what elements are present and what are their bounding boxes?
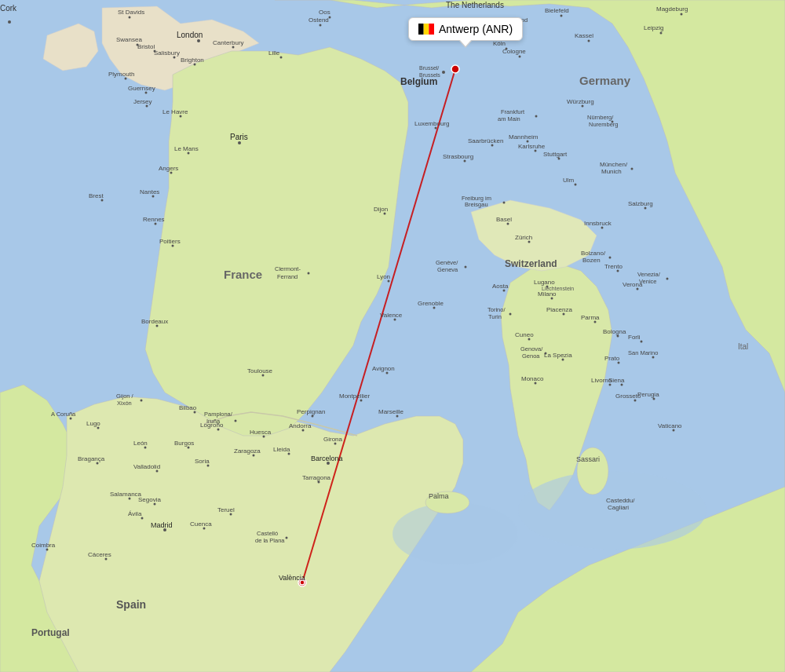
svg-text:Salzburg: Salzburg — [628, 200, 653, 207]
svg-text:Magdeburg: Magdeburg — [656, 5, 688, 13]
svg-point-163 — [535, 115, 538, 118]
svg-text:Valence: Valence — [380, 312, 403, 319]
svg-text:Paris: Paris — [230, 133, 248, 141]
svg-point-223 — [666, 278, 669, 280]
svg-text:Köln: Köln — [493, 40, 506, 47]
svg-text:Zürich: Zürich — [515, 234, 532, 241]
svg-text:Barcelona: Barcelona — [311, 455, 343, 462]
svg-text:Piacenza: Piacenza — [546, 306, 572, 313]
svg-text:Genova/: Genova/ — [520, 345, 543, 352]
svg-text:Bordeaux: Bordeaux — [141, 318, 168, 325]
svg-text:Nantes: Nantes — [140, 188, 159, 195]
svg-text:Luxembourg: Luxembourg — [414, 120, 449, 127]
svg-text:Strasbourg: Strasbourg — [443, 153, 473, 160]
svg-text:Lille: Lille — [268, 49, 280, 57]
svg-point-171 — [631, 168, 633, 170]
svg-text:Genoa: Genoa — [522, 352, 540, 360]
svg-text:València: València — [279, 574, 305, 582]
svg-text:Xixón: Xixón — [117, 400, 132, 407]
svg-text:Bozen: Bozen — [582, 257, 601, 264]
svg-point-176 — [575, 184, 577, 186]
svg-point-10 — [129, 16, 131, 19]
svg-text:Karlsruhe: Karlsruhe — [518, 143, 546, 150]
svg-text:de la Plana: de la Plana — [255, 537, 285, 544]
svg-text:Pamplona/: Pamplona/ — [204, 411, 233, 418]
svg-text:St Davids: St Davids — [118, 9, 144, 16]
svg-text:Bilbao: Bilbao — [179, 404, 197, 411]
svg-text:Sassari: Sassari — [576, 455, 600, 463]
svg-point-230 — [641, 341, 643, 343]
svg-text:Castelló: Castelló — [257, 530, 278, 537]
svg-text:Cork: Cork — [0, 4, 17, 13]
svg-text:Portugal: Portugal — [31, 627, 70, 638]
svg-text:Kassel: Kassel — [575, 32, 593, 39]
svg-text:Brussels: Brussels — [419, 72, 440, 78]
svg-point-36 — [329, 16, 331, 19]
svg-point-6 — [451, 65, 459, 73]
svg-text:León: León — [133, 440, 148, 447]
svg-text:Saarbrücken: Saarbrücken — [468, 137, 503, 144]
svg-text:Madrid: Madrid — [151, 521, 173, 529]
svg-point-216 — [609, 257, 612, 259]
map-svg: Cork St Davids Swansea Bristol Plymouth … — [0, 0, 785, 672]
svg-text:La Spezia: La Spezia — [544, 352, 572, 359]
svg-text:Grosseto: Grosseto — [615, 393, 641, 400]
svg-text:Bristol: Bristol — [137, 43, 155, 50]
svg-text:Milano: Milano — [538, 290, 557, 298]
svg-text:Breisgau: Breisgau — [465, 201, 488, 208]
svg-point-32 — [280, 57, 283, 59]
svg-text:Girona: Girona — [323, 436, 343, 443]
svg-rect-255 — [429, 24, 434, 35]
svg-text:Cuenca: Cuenca — [190, 520, 212, 528]
svg-rect-254 — [424, 24, 429, 35]
svg-text:Canterbury: Canterbury — [213, 39, 244, 46]
svg-point-95 — [235, 420, 237, 422]
svg-text:Marseille: Marseille — [378, 408, 404, 415]
svg-text:London: London — [177, 31, 203, 39]
svg-text:Teruel: Teruel — [217, 506, 235, 513]
svg-text:Turin: Turin — [488, 313, 502, 320]
svg-text:Toulouse: Toulouse — [247, 367, 273, 374]
svg-text:Aosta: Aosta — [492, 283, 509, 290]
svg-text:Perpignan: Perpignan — [297, 408, 325, 415]
svg-text:Mannheim: Mannheim — [509, 133, 539, 141]
svg-point-196 — [509, 313, 512, 316]
svg-text:Innsbruck: Innsbruck — [584, 220, 612, 227]
svg-text:Nürnberg/: Nürnberg/ — [587, 114, 614, 121]
svg-text:Leipzig: Leipzig — [644, 24, 663, 31]
svg-text:Gijon /: Gijon / — [116, 393, 134, 400]
svg-text:Bielefeld: Bielefeld — [545, 7, 569, 14]
svg-text:Brest: Brest — [89, 192, 104, 199]
svg-text:Tarragona: Tarragona — [302, 474, 331, 481]
svg-text:Rennes: Rennes — [143, 216, 165, 223]
svg-text:Burgos: Burgos — [174, 440, 194, 447]
svg-text:Spain: Spain — [116, 598, 146, 611]
svg-text:am Main: am Main — [498, 115, 520, 122]
svg-text:Zaragoza: Zaragoza — [234, 447, 261, 455]
svg-text:Geneva: Geneva — [437, 266, 458, 273]
svg-text:Jersey: Jersey — [133, 98, 152, 105]
svg-text:Forli: Forli — [628, 334, 641, 341]
svg-text:Switzerland: Switzerland — [505, 258, 557, 269]
svg-text:Grenoble: Grenoble — [418, 300, 444, 307]
svg-text:Trento: Trento — [604, 263, 623, 270]
svg-text:Coimbra: Coimbra — [31, 542, 56, 549]
svg-text:Germany: Germany — [579, 74, 631, 87]
svg-text:Bologna: Bologna — [603, 328, 626, 335]
airport-popup[interactable]: Antwerp (ANR) — [408, 17, 523, 41]
svg-point-157 — [681, 13, 683, 16]
svg-text:A Coruña: A Coruña — [51, 411, 76, 418]
svg-text:Ávila: Ávila — [128, 510, 142, 517]
svg-point-8 — [8, 20, 11, 24]
svg-text:Lugo: Lugo — [86, 420, 100, 427]
svg-text:Swansea: Swansea — [116, 36, 142, 43]
svg-point-161 — [506, 48, 508, 50]
svg-text:Lyon: Lyon — [377, 273, 390, 280]
svg-rect-253 — [418, 24, 424, 35]
svg-text:Clermont-: Clermont- — [275, 265, 301, 272]
map-container: Cork St Davids Swansea Bristol Plymouth … — [0, 0, 785, 672]
svg-text:France: France — [224, 268, 262, 281]
svg-text:Venice: Venice — [639, 278, 657, 285]
svg-text:Salisbury: Salisbury — [154, 49, 180, 57]
svg-text:Basel: Basel — [496, 216, 512, 223]
